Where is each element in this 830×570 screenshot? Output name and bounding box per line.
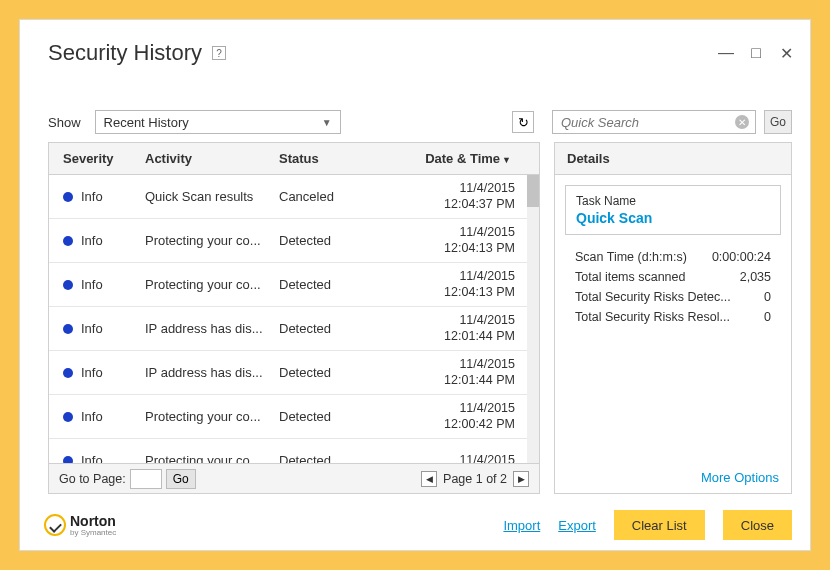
severity-text: Info: [81, 365, 103, 380]
status-text: Detected: [279, 277, 383, 292]
severity-text: Info: [81, 453, 103, 463]
severity-dot-icon: [63, 236, 73, 246]
show-label: Show: [48, 115, 81, 130]
datetime-text: 11/4/201512:01:44 PM: [383, 357, 539, 388]
activity-text: Protecting your co...: [145, 409, 279, 424]
datetime-text: 11/4/201512:01:44 PM: [383, 313, 539, 344]
activity-text: Protecting your co...: [145, 277, 279, 292]
page-title: Security History: [48, 40, 202, 66]
window-controls: — □ ✕: [716, 43, 796, 63]
scrollbar[interactable]: [527, 175, 539, 463]
table-row[interactable]: InfoQuick Scan resultsCanceled11/4/20151…: [49, 175, 539, 219]
refresh-button[interactable]: ↻: [512, 111, 534, 133]
status-text: Canceled: [279, 189, 383, 204]
table-row[interactable]: InfoProtecting your co...Detected11/4/20…: [49, 395, 539, 439]
datetime-text: 11/4/201512:04:37 PM: [383, 181, 539, 212]
stat-row: Scan Time (d:h:m:s)0:00:00:24: [565, 247, 781, 267]
table-row[interactable]: InfoProtecting your co...Detected11/4/20…: [49, 439, 539, 463]
stat-row: Total Security Risks Detec...0: [565, 287, 781, 307]
stat-row: Total Security Risks Resol...0: [565, 307, 781, 327]
severity-text: Info: [81, 321, 103, 336]
severity-text: Info: [81, 189, 103, 204]
table-row[interactable]: InfoIP address has dis...Detected11/4/20…: [49, 307, 539, 351]
datetime-text: 11/4/201512:04:13 PM: [383, 225, 539, 256]
severity-dot-icon: [63, 368, 73, 378]
stat-key: Scan Time (d:h:m:s): [575, 250, 712, 264]
stat-value: 0: [764, 310, 771, 324]
pager: Go to Page: Go ◀ Page 1 of 2 ▶: [49, 463, 539, 493]
status-text: Detected: [279, 321, 383, 336]
minimize-icon[interactable]: —: [716, 43, 736, 63]
scrollbar-thumb[interactable]: [527, 175, 539, 207]
filter-row: Show Recent History ▼ ↻ ✕ Go: [20, 74, 810, 142]
stats-list: Scan Time (d:h:m:s)0:00:00:24Total items…: [565, 247, 781, 327]
security-history-window: Security History ? — □ ✕ Show Recent His…: [19, 19, 811, 551]
clear-search-icon[interactable]: ✕: [735, 115, 749, 129]
severity-dot-icon: [63, 192, 73, 202]
brand-sub: by Symantec: [70, 529, 116, 537]
stat-value: 0: [764, 290, 771, 304]
stat-key: Total items scanned: [575, 270, 740, 284]
import-link[interactable]: Import: [503, 518, 540, 533]
prev-page-icon[interactable]: ◀: [421, 471, 437, 487]
severity-text: Info: [81, 233, 103, 248]
close-icon[interactable]: ✕: [776, 43, 796, 63]
severity-dot-icon: [63, 324, 73, 334]
activity-text: IP address has dis...: [145, 365, 279, 380]
task-label: Task Name: [576, 194, 770, 208]
severity-text: Info: [81, 409, 103, 424]
severity-dot-icon: [63, 280, 73, 290]
history-table: Severity Activity Status Date & Time▼ In…: [48, 142, 540, 494]
details-body: Task Name Quick Scan Scan Time (d:h:m:s)…: [555, 175, 791, 464]
severity-dot-icon: [63, 412, 73, 422]
close-button[interactable]: Close: [723, 510, 792, 540]
status-text: Detected: [279, 233, 383, 248]
status-text: Detected: [279, 365, 383, 380]
status-text: Detected: [279, 453, 383, 463]
maximize-icon[interactable]: □: [746, 43, 766, 63]
severity-dot-icon: [63, 456, 73, 464]
brand-name: Norton: [70, 513, 116, 529]
activity-text: Protecting your co...: [145, 233, 279, 248]
col-severity[interactable]: Severity: [49, 151, 145, 166]
more-options-link[interactable]: More Options: [555, 464, 791, 493]
main-area: Severity Activity Status Date & Time▼ In…: [20, 142, 810, 502]
search-input[interactable]: [561, 115, 735, 130]
next-page-icon[interactable]: ▶: [513, 471, 529, 487]
sort-desc-icon: ▼: [502, 155, 511, 165]
col-activity[interactable]: Activity: [145, 151, 279, 166]
datetime-text: 11/4/2015: [383, 453, 539, 463]
table-row[interactable]: InfoProtecting your co...Detected11/4/20…: [49, 219, 539, 263]
clear-list-button[interactable]: Clear List: [614, 510, 705, 540]
show-dropdown[interactable]: Recent History ▼: [95, 110, 341, 134]
details-panel: Details Task Name Quick Scan Scan Time (…: [554, 142, 792, 494]
task-name: Quick Scan: [576, 210, 770, 226]
search-go-button[interactable]: Go: [764, 110, 792, 134]
activity-text: Quick Scan results: [145, 189, 279, 204]
norton-check-icon: [44, 514, 66, 536]
export-link[interactable]: Export: [558, 518, 596, 533]
goto-button[interactable]: Go: [166, 469, 196, 489]
table-row[interactable]: InfoProtecting your co...Detected11/4/20…: [49, 263, 539, 307]
activity-text: Protecting your co...: [145, 453, 279, 463]
page-indicator: Page 1 of 2: [443, 472, 507, 486]
col-status[interactable]: Status: [279, 151, 383, 166]
chevron-down-icon: ▼: [322, 117, 332, 128]
goto-input[interactable]: [130, 469, 162, 489]
stat-key: Total Security Risks Resol...: [575, 310, 764, 324]
activity-text: IP address has dis...: [145, 321, 279, 336]
status-text: Detected: [279, 409, 383, 424]
search-box[interactable]: ✕: [552, 110, 756, 134]
stat-key: Total Security Risks Detec...: [575, 290, 764, 304]
table-header: Severity Activity Status Date & Time▼: [49, 143, 539, 175]
table-row[interactable]: InfoIP address has dis...Detected11/4/20…: [49, 351, 539, 395]
col-datetime[interactable]: Date & Time▼: [383, 151, 539, 166]
stat-value: 0:00:00:24: [712, 250, 771, 264]
task-box: Task Name Quick Scan: [565, 185, 781, 235]
datetime-text: 11/4/201512:00:42 PM: [383, 401, 539, 432]
table-body: InfoQuick Scan resultsCanceled11/4/20151…: [49, 175, 539, 463]
severity-text: Info: [81, 277, 103, 292]
titlebar: Security History ? — □ ✕: [20, 20, 810, 74]
stat-row: Total items scanned2,035: [565, 267, 781, 287]
help-icon[interactable]: ?: [212, 46, 226, 60]
